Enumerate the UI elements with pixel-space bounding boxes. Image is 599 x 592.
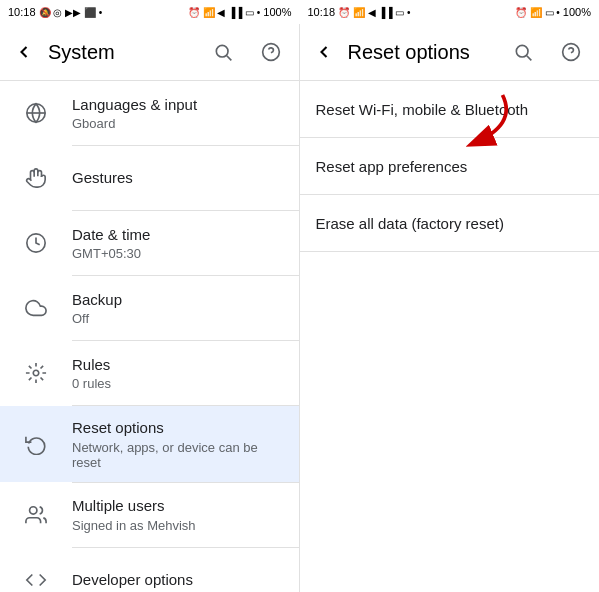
status-icons-right: ⏰ 📶 ◀ ▐▐ ▭ •: [338, 7, 411, 18]
cloud-icon: [16, 288, 56, 328]
left-top-bar: System: [0, 24, 299, 80]
reset-options-list: Reset Wi-Fi, mobile & Bluetooth Reset ap…: [300, 81, 600, 252]
right-help-button[interactable]: [551, 32, 591, 72]
right-panel: Reset options Reset Wi-Fi, mobile & Blue…: [300, 24, 600, 592]
content-area: System: [0, 24, 599, 592]
settings-item-multiusers[interactable]: Multiple users Signed in as Mehvish: [0, 483, 299, 547]
svg-point-8: [30, 506, 37, 513]
svg-line-1: [226, 56, 231, 61]
reset-subtitle: Network, apps, or device can be reset: [72, 440, 283, 470]
person-icon: [16, 495, 56, 535]
clock-icon: [16, 223, 56, 263]
status-icons-left: 🔕 ◎ ▶▶ ⬛ •: [39, 7, 103, 18]
rules-text: Rules 0 rules: [72, 355, 283, 392]
right-top-bar: Reset options: [300, 24, 600, 80]
settings-item-developer[interactable]: Developer options: [0, 548, 299, 593]
datetime-title: Date & time: [72, 225, 283, 245]
svg-point-11: [516, 45, 528, 57]
globe-icon: [16, 93, 56, 133]
reset-divider-3: [300, 251, 600, 252]
settings-item-languages[interactable]: Languages & input Gboard: [0, 81, 299, 145]
left-help-button[interactable]: [251, 32, 291, 72]
battery-right: 100%: [563, 6, 591, 18]
settings-item-rules[interactable]: Rules 0 rules: [0, 341, 299, 405]
status-bar-right: 10:18 ⏰ 📶 ◀ ▐▐ ▭ • ⏰ 📶 ▭ • 100%: [300, 0, 600, 24]
gestures-title: Gestures: [72, 168, 283, 188]
right-back-button[interactable]: [308, 36, 340, 68]
languages-subtitle: Gboard: [72, 116, 283, 131]
settings-item-datetime[interactable]: Date & time GMT+05:30: [0, 211, 299, 275]
status-bar: 10:18 🔕 ◎ ▶▶ ⬛ • ⏰ 📶 ◀ ▐▐ ▭ • 100% 10:18…: [0, 0, 599, 24]
languages-text: Languages & input Gboard: [72, 95, 283, 132]
settings-item-reset[interactable]: Reset options Network, apps, or device c…: [0, 406, 299, 482]
developer-text: Developer options: [72, 570, 283, 590]
svg-point-0: [216, 45, 228, 57]
developer-title: Developer options: [72, 570, 283, 590]
left-back-button[interactable]: [8, 36, 40, 68]
gestures-text: Gestures: [72, 168, 283, 188]
rules-subtitle: 0 rules: [72, 376, 283, 391]
settings-list: Languages & input Gboard Gestures: [0, 81, 299, 592]
backup-text: Backup Off: [72, 290, 283, 327]
datetime-text: Date & time GMT+05:30: [72, 225, 283, 262]
gesture-icon: [16, 158, 56, 198]
battery-left: 100%: [263, 6, 291, 18]
multiusers-subtitle: Signed in as Mehvish: [72, 518, 283, 533]
battery-icons-left: ⏰ 📶 ◀ ▐▐ ▭ •: [188, 7, 261, 18]
multiusers-title: Multiple users: [72, 496, 283, 516]
backup-title: Backup: [72, 290, 283, 310]
reset-erase-text: Erase all data (factory reset): [316, 215, 504, 232]
reset-item-wifi[interactable]: Reset Wi-Fi, mobile & Bluetooth: [300, 81, 600, 137]
status-bar-left: 10:18 🔕 ◎ ▶▶ ⬛ • ⏰ 📶 ◀ ▐▐ ▭ • 100%: [0, 0, 300, 24]
battery-icons-right: ⏰ 📶 ▭ •: [515, 7, 560, 18]
time-right: 10:18: [308, 6, 336, 18]
settings-item-gestures[interactable]: Gestures: [0, 146, 299, 210]
datetime-subtitle: GMT+05:30: [72, 246, 283, 261]
languages-title: Languages & input: [72, 95, 283, 115]
backup-subtitle: Off: [72, 311, 283, 326]
reset-text: Reset options Network, apps, or device c…: [72, 418, 283, 470]
reset-wifi-text: Reset Wi-Fi, mobile & Bluetooth: [316, 101, 529, 118]
left-search-button[interactable]: [203, 32, 243, 72]
time-left: 10:18: [8, 6, 36, 18]
svg-line-12: [527, 56, 532, 61]
developer-icon: [16, 560, 56, 593]
rules-title: Rules: [72, 355, 283, 375]
reset-title: Reset options: [72, 418, 283, 438]
multiusers-text: Multiple users Signed in as Mehvish: [72, 496, 283, 533]
left-panel-title: System: [48, 41, 195, 64]
reset-app-text: Reset app preferences: [316, 158, 468, 175]
reset-item-erase[interactable]: Erase all data (factory reset): [300, 195, 600, 251]
reset-item-app[interactable]: Reset app preferences: [300, 138, 600, 194]
settings-item-backup[interactable]: Backup Off: [0, 276, 299, 340]
right-search-button[interactable]: [503, 32, 543, 72]
reset-icon: [16, 424, 56, 464]
svg-point-7: [33, 370, 39, 376]
left-panel: System: [0, 24, 300, 592]
rules-icon: [16, 353, 56, 393]
right-panel-title: Reset options: [348, 41, 496, 64]
